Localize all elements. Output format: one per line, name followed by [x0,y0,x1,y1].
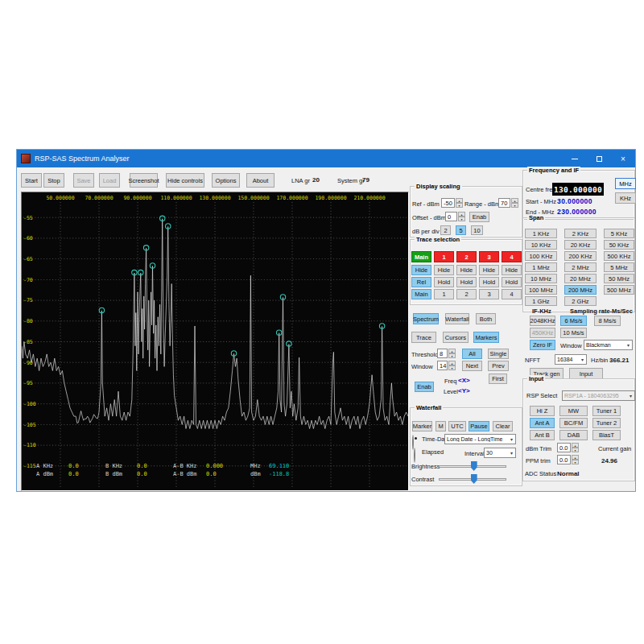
rate-8-ms-s-button[interactable]: 8 Ms/s [594,316,621,326]
input-dab-button[interactable]: DAB [559,430,588,440]
input-tuner-1-button[interactable]: Tuner 1 [592,406,621,416]
view-spectrum-button[interactable]: Spectrum [413,313,439,324]
ref-dbm-spinner[interactable]: -50 ▴▾ [441,198,463,208]
centre-freq-display[interactable]: 130.000000 [552,183,604,196]
trace-select-main-button[interactable]: Main [411,251,431,262]
spinner-arrows-icon[interactable]: ▴▾ [458,212,465,221]
offset-enab-button[interactable]: Enab [469,212,489,222]
offset-dbm-spinner[interactable]: 0 ▴▾ [445,212,465,221]
marker-all-button[interactable]: All [462,349,482,359]
trace-2-r2-2-button[interactable]: 2 [456,289,477,299]
if-2048khz-button[interactable]: 2048KHz [530,316,555,326]
input-bc-fm-button[interactable]: BC/FM [559,418,588,428]
tab-trace-button[interactable]: Trace [411,332,436,343]
span-10-mhz-button[interactable]: 10 MHz [525,274,557,283]
span-50-khz-button[interactable]: 50 KHz [604,240,634,250]
tab-cursors-button[interactable]: Cursors [443,332,469,343]
span-2-ghz-button[interactable]: 2 GHz [564,296,597,306]
span-10-khz-button[interactable]: 10 KHz [525,240,557,250]
toolbar-stop-button[interactable]: Stop [43,173,64,188]
toolbar-hide-controls-button[interactable]: Hide controls [166,173,204,188]
trace-4-r2-4-button[interactable]: 4 [502,289,522,299]
input-biast-button[interactable]: BiasT [592,430,621,440]
marker-prev-button[interactable]: Prev [488,361,509,371]
minimize-button[interactable] [563,150,587,167]
toolbar-screenshot-button[interactable]: Screenshot [130,173,158,188]
input-mw-button[interactable]: MW [559,406,588,416]
span-5-mhz-button[interactable]: 5 MHz [604,262,634,272]
range-dbm-spinner[interactable]: 70 ▴▾ [498,198,518,208]
rate-10-ms-s-button[interactable]: 10 Ms/s [560,328,587,338]
khz-button[interactable]: KHz [615,192,636,204]
toolbar-options-button[interactable]: Options [212,173,240,188]
input-button[interactable]: Input [569,368,603,379]
trace-1-r0-hide-button[interactable]: Hide [434,265,454,275]
trace-3-r1-hold-button[interactable]: Hold [479,277,499,287]
span-50-mhz-button[interactable]: 50 MHz [604,274,634,283]
mhz-button[interactable]: MHz [615,178,636,189]
span-20-khz-button[interactable]: 20 KHz [564,240,597,250]
toolbar-about-button[interactable]: About [246,173,275,188]
db-per-div-2-button[interactable]: 2 [440,225,451,235]
trace-main-r2-main-button[interactable]: Main [411,289,431,299]
trace-3-r0-hide-button[interactable]: Hide [479,265,499,275]
spinner-arrows-icon[interactable]: ▴▾ [572,443,579,452]
spinner-arrows-icon[interactable]: ▴▾ [448,349,456,358]
trace-select-3-button[interactable]: 3 [479,251,499,262]
tab-markers-button[interactable]: Markers [473,332,499,343]
toolbar-load-button[interactable]: Load [99,173,120,188]
trace-main-r0-hide-button[interactable]: Hide [411,265,431,275]
threshold-spinner[interactable]: 8 ▴▾ [437,349,456,358]
window-spinner[interactable]: 14 ▴▾ [437,361,456,370]
waterfall-clear-button[interactable]: Clear [493,421,513,431]
span-200-khz-button[interactable]: 200 KHz [564,251,597,261]
rsp-select-dropdown[interactable]: RSP1A - 1804063295▾ [562,390,635,401]
trace-2-r0-hide-button[interactable]: Hide [456,265,477,275]
trace-1-r1-hold-button[interactable]: Hold [434,277,454,287]
trace-4-r0-hide-button[interactable]: Hide [502,265,522,275]
rate-6-ms-s-button[interactable]: 6 Ms/s [560,316,587,326]
span-1-ghz-button[interactable]: 1 GHz [525,296,557,306]
waterfall-utc-button[interactable]: UTC [448,421,466,431]
spectrum-display[interactable]: 50.00000070.00000090.000000110.000000130… [21,192,409,491]
span-100-khz-button[interactable]: 100 KHz [525,251,557,261]
marker-first-button[interactable]: First [489,374,507,384]
marker-single-button[interactable]: Single [488,349,509,359]
waterfall-m-button[interactable]: M [436,421,446,431]
trace-select-1-button[interactable]: 1 [434,251,454,262]
fft-window-dropdown[interactable]: Blackman▾ [584,340,633,350]
if-450khz-button[interactable]: 450KHz [530,328,555,338]
spinner-arrows-icon[interactable]: ▴▾ [511,198,518,208]
dbm-trim-spinner[interactable]: 0.0 ▴▾ [557,443,579,452]
close-button[interactable]: × [611,150,635,167]
trace-3-r2-3-button[interactable]: 3 [479,289,499,299]
span-1-mhz-button[interactable]: 1 MHz [525,262,557,272]
nfft-dropdown[interactable]: 16384▾ [555,354,587,365]
trace-4-r1-hold-button[interactable]: Hold [502,277,522,287]
trace-select-4-button[interactable]: 4 [502,251,522,262]
if-zero-if-button[interactable]: Zero IF [530,340,555,350]
trace-main-r1-rel-button[interactable]: Rel [411,277,431,287]
trace-select-2-button[interactable]: 2 [456,251,477,262]
trace-1-r2-1-button[interactable]: 1 [434,289,454,299]
span-2-mhz-button[interactable]: 2 MHz [564,262,597,272]
input-tuner-2-button[interactable]: Tuner 2 [592,418,621,428]
waterfall-marker-button[interactable]: Marker [412,421,432,431]
input-ant-b-button[interactable]: Ant B [530,430,555,440]
db-per-div-10-button[interactable]: 10 [471,225,483,235]
span-5-khz-button[interactable]: 5 KHz [604,229,634,238]
spinner-arrows-icon[interactable]: ▴▾ [572,455,579,464]
view-waterfall-button[interactable]: Waterfall [445,313,469,324]
span-20-mhz-button[interactable]: 20 MHz [564,274,597,283]
span-200-mhz-button[interactable]: 200 MHz [564,285,597,295]
waterfall-pause-button[interactable]: Pause [469,421,489,431]
input-hi-z-button[interactable]: Hi Z [530,406,555,416]
toolbar-save-button[interactable]: Save [73,173,94,188]
trace-2-r1-hold-button[interactable]: Hold [456,277,477,287]
ppm-trim-spinner[interactable]: 0.0 ▴▾ [557,455,579,464]
interval-dropdown[interactable]: 30▾ [484,448,516,458]
date-format-dropdown[interactable]: Long Date - LongTime▾ [444,434,516,444]
spinner-arrows-icon[interactable]: ▴▾ [448,361,456,370]
span-2-khz-button[interactable]: 2 KHz [564,229,597,238]
spinner-arrows-icon[interactable]: ▴▾ [456,198,463,208]
